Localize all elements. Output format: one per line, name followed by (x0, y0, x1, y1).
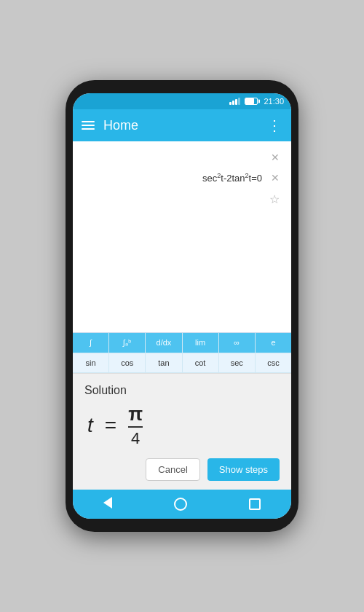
solution-actions: Cancel Show steps (84, 458, 280, 481)
equation-row-empty: ✕ (82, 147, 282, 168)
back-icon (103, 497, 112, 511)
nav-recent-button[interactable] (240, 495, 269, 513)
fraction-denominator: 4 (131, 429, 140, 447)
equation-area: ✕ sec2t-2tan2t=0 ✕ ☆ (73, 141, 291, 332)
app-bar: Home ⋮ (73, 109, 291, 141)
fraction-line (128, 426, 143, 428)
kb-cos[interactable]: cos (109, 353, 146, 373)
close-icon-1[interactable]: ✕ (268, 150, 282, 165)
nav-bar (73, 490, 291, 519)
kb-derivative[interactable]: d/dx (146, 333, 182, 353)
keyboard-row-2: sin cos tan cot sec csc (73, 353, 291, 373)
status-time: 21:30 (264, 97, 284, 106)
signal-bar-3 (235, 99, 237, 105)
status-bar: 21:30 (73, 93, 291, 109)
equation-text-1: sec2t-2tan2t=0 (82, 172, 268, 184)
kb-sin[interactable]: sin (73, 353, 109, 373)
kb-euler[interactable]: e (256, 333, 291, 353)
nav-back-button[interactable] (95, 494, 121, 514)
kb-cot[interactable]: cot (183, 353, 219, 373)
math-keyboard: ∫ ∫ₐᵇ d/dx lim ∞ e sin cos tan cot sec c… (73, 332, 291, 373)
content-area: ✕ sec2t-2tan2t=0 ✕ ☆ ∫ ∫ₐᵇ d/dx li (73, 141, 291, 490)
kb-definite-integral[interactable]: ∫ₐᵇ (109, 333, 146, 353)
solution-label: Solution (84, 384, 280, 397)
recent-icon (249, 498, 261, 510)
kb-infinity[interactable]: ∞ (219, 333, 256, 353)
solution-equals: = (105, 414, 116, 437)
star-icon[interactable]: ☆ (266, 191, 282, 208)
hamburger-menu-icon[interactable] (82, 121, 95, 130)
signal-indicator (229, 98, 240, 105)
nav-home-button[interactable] (165, 495, 196, 514)
show-steps-button[interactable]: Show steps (207, 458, 280, 481)
solution-math: t = π 4 (84, 404, 280, 447)
fraction-numerator: π (128, 404, 143, 425)
signal-bar-1 (229, 102, 232, 105)
solution-variable: t (87, 414, 93, 437)
equation-row-1: sec2t-2tan2t=0 ✕ (82, 168, 282, 188)
cancel-button[interactable]: Cancel (146, 458, 199, 481)
phone-screen: 21:30 Home ⋮ ✕ sec2t-2tan2t=0 (73, 93, 291, 519)
kb-csc[interactable]: csc (256, 353, 291, 373)
kb-integral[interactable]: ∫ (73, 333, 109, 353)
solution-panel: Solution t = π 4 Cancel Show steps (73, 373, 291, 490)
close-icon-2[interactable]: ✕ (268, 170, 282, 185)
signal-bar-2 (232, 101, 234, 105)
phone-device: 21:30 Home ⋮ ✕ sec2t-2tan2t=0 (66, 80, 298, 532)
solution-fraction: π 4 (128, 404, 143, 447)
kb-sec[interactable]: sec (219, 353, 256, 373)
more-options-icon[interactable]: ⋮ (267, 117, 282, 134)
keyboard-row-1: ∫ ∫ₐᵇ d/dx lim ∞ e (73, 333, 291, 353)
equation-row-star: ☆ (82, 188, 282, 211)
kb-tan[interactable]: tan (146, 353, 182, 373)
signal-bar-4 (238, 98, 240, 105)
kb-limit[interactable]: lim (183, 333, 219, 353)
app-title: Home (103, 118, 267, 133)
home-icon (174, 498, 187, 511)
battery-fill (245, 98, 253, 104)
battery-icon (245, 98, 258, 105)
